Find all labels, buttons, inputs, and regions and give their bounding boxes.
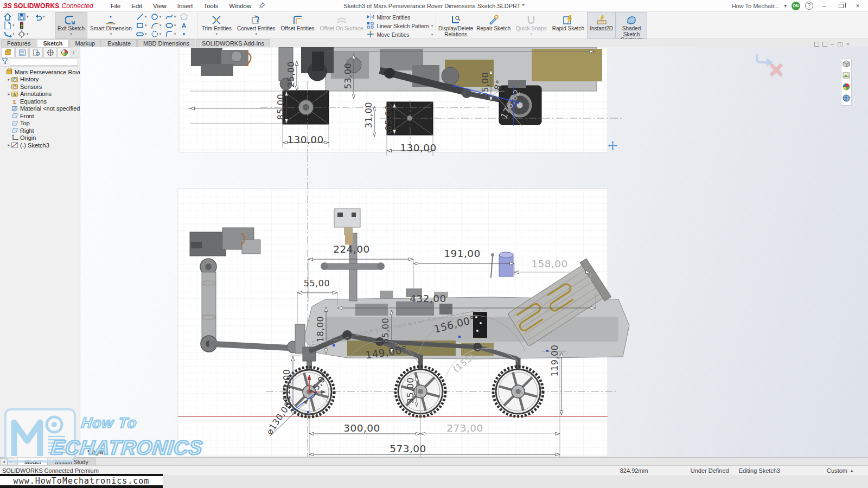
tree-item-top[interactable]: Top xyxy=(0,120,80,127)
dropdown-caret-icon[interactable]: ▾ xyxy=(12,23,15,28)
dimension-label[interactable]: ⌀130,00 xyxy=(264,400,293,436)
picture-icon[interactable] xyxy=(843,72,850,81)
dimension-label[interactable]: 300,00 xyxy=(343,422,380,434)
dropdown-caret-icon[interactable]: ▾ xyxy=(27,15,29,19)
menu-window[interactable]: Window xyxy=(224,1,257,11)
doc-icon[interactable] xyxy=(822,42,827,47)
dropdown-caret-icon[interactable]: ▾ xyxy=(12,32,15,36)
offset-entities-button[interactable]: Offset Entities xyxy=(278,12,317,38)
dimension-label[interactable]: 65,00 xyxy=(380,318,391,344)
feature-manager-tab[interactable] xyxy=(1,47,15,57)
confirmation-corner[interactable] xyxy=(752,49,784,80)
expander-icon[interactable]: ▸ xyxy=(7,143,11,147)
dropdown-caret-icon[interactable]: ▾ xyxy=(27,32,29,36)
status-configuration[interactable]: Custom xyxy=(827,467,847,474)
dimension-label[interactable]: (155) xyxy=(451,351,477,374)
shaded-sketch-contours-button[interactable]: Shaded Sketch Contours xyxy=(616,12,647,38)
dimension-label[interactable]: 130,00 xyxy=(287,134,324,145)
smart-dimension-button[interactable]: Smart Dimension ▾ xyxy=(87,12,135,38)
dropdown-caret-icon[interactable]: ▾ xyxy=(145,15,147,19)
dimxpert-manager-tab[interactable] xyxy=(43,47,57,57)
tree-item-sensors[interactable]: Sensors xyxy=(0,83,80,91)
dimension-label[interactable]: 130,00 xyxy=(400,142,437,153)
dropdown-caret-icon[interactable]: ▾ xyxy=(431,33,433,37)
color-wheel-icon[interactable] xyxy=(843,83,850,93)
dimension-label[interactable]: 176,82 xyxy=(499,87,522,120)
menu-insert[interactable]: Insert xyxy=(172,1,199,11)
dimension-label[interactable]: 273,00 xyxy=(446,422,483,434)
dropdown-caret-icon[interactable]: ▾ xyxy=(255,33,257,36)
menu-tools[interactable]: Tools xyxy=(198,1,224,11)
dimension-label[interactable]: 18,00 xyxy=(315,316,326,342)
ellipse-tool-icon[interactable]: ▾ xyxy=(165,21,180,30)
dimension-label[interactable]: 432,00 xyxy=(410,293,446,304)
dimension-label[interactable]: 224,00 xyxy=(333,243,370,255)
panel-tabs-overflow-icon[interactable]: › xyxy=(73,49,74,55)
doc-close-icon[interactable]: × xyxy=(846,41,850,47)
dimension-label[interactable]: 55,00 xyxy=(304,278,330,288)
tab-evaluate[interactable]: Evaluate xyxy=(101,39,137,47)
convert-entities-button[interactable]: Convert Entities ▾ xyxy=(234,12,278,38)
dimension-label[interactable]: 85,00 xyxy=(276,94,286,120)
restore-button[interactable] xyxy=(835,2,847,10)
mirror-entities-button[interactable]: Mirror Entities xyxy=(367,13,433,22)
dropdown-caret-icon[interactable]: ▾ xyxy=(174,15,176,19)
dropdown-caret-icon[interactable]: ▾ xyxy=(145,23,147,28)
dropdown-caret-icon[interactable]: ▾ xyxy=(159,15,162,19)
polygon-tool-icon[interactable] xyxy=(180,12,194,21)
doc-minimize-icon[interactable]: – xyxy=(831,41,834,47)
dimension-label[interactable]: 156,00° xyxy=(433,313,476,335)
expander-icon[interactable]: ▸ xyxy=(7,92,11,97)
text-tool-icon[interactable]: A xyxy=(180,21,194,30)
account-caret-icon[interactable]: ▾ xyxy=(784,3,787,9)
tab-markup[interactable]: Markup xyxy=(69,39,101,47)
tree-filter-input[interactable] xyxy=(10,59,78,66)
tree-item-origin[interactable]: Origin xyxy=(0,134,80,142)
qa-flip-arrow-icon[interactable]: ▾ xyxy=(3,30,17,38)
dimension-label[interactable]: 573,00 xyxy=(390,443,426,454)
qa-undo-icon[interactable]: ▾ xyxy=(34,12,50,21)
dimension-label[interactable]: 112,00 xyxy=(282,369,292,401)
close-button[interactable]: × xyxy=(852,2,864,10)
globe-icon[interactable] xyxy=(843,94,850,104)
dimension-label[interactable]: 85,00 xyxy=(384,105,394,131)
rectangle-tool-icon[interactable]: ▾ xyxy=(136,21,150,30)
perimeter-circle-tool-icon[interactable]: ▾ xyxy=(150,30,165,38)
dimension-label[interactable]: 8° xyxy=(492,79,505,91)
dimension-label[interactable]: 119,00 xyxy=(550,345,560,377)
account-label[interactable]: How To Mechatr... xyxy=(732,3,780,9)
display-delete-relations-button[interactable]: Display/Delete Relations ▾ xyxy=(438,12,474,38)
tree-item-material-not-specified[interactable]: Material <not specified> xyxy=(0,105,80,113)
instant2d-button[interactable]: Instant2D xyxy=(587,12,616,38)
move-entities-button[interactable]: Move Entities ▾ xyxy=(367,30,433,39)
graphics-viewport[interactable]: 25,0053,0085,0031,0085,00130,00130,0035,… xyxy=(80,47,868,457)
tree-item-front[interactable]: Front xyxy=(0,112,80,120)
tree-item-sketch3[interactable]: ▸(-) Sketch3 xyxy=(0,142,80,149)
linear-sketch-pattern-button[interactable]: Linear Sketch Pattern ▾ xyxy=(367,22,433,30)
dimension-label[interactable]: 25,00 xyxy=(286,61,296,87)
dropdown-caret-icon[interactable]: ▾ xyxy=(216,33,218,36)
avatar[interactable]: DN xyxy=(792,2,800,10)
doc-icon[interactable] xyxy=(814,42,819,47)
dropdown-caret-icon[interactable]: ▾ xyxy=(159,32,162,36)
qa-options-gear-icon[interactable]: ▾ xyxy=(17,30,34,38)
spline-tool-icon[interactable]: ▾ xyxy=(165,12,180,21)
circle-tool-icon[interactable]: ▾ xyxy=(150,12,165,21)
dropdown-caret-icon[interactable]: ▾ xyxy=(110,33,112,36)
exit-sketch-button[interactable]: Exit Sketch ▾ xyxy=(55,12,87,38)
dimension-label[interactable]: 15,00 xyxy=(308,370,331,397)
menu-view[interactable]: View xyxy=(148,1,172,11)
dimension-label[interactable]: 35,00 xyxy=(480,72,490,98)
property-manager-tab[interactable] xyxy=(15,47,29,57)
dropdown-caret-icon[interactable]: ▾ xyxy=(159,23,162,28)
configuration-manager-tab[interactable] xyxy=(29,47,43,57)
filter-funnel-icon[interactable] xyxy=(2,58,8,66)
menu-file[interactable]: File xyxy=(105,1,126,11)
repair-sketch-button[interactable]: Repair Sketch xyxy=(474,12,513,38)
rapid-sketch-button[interactable]: Rapid Sketch xyxy=(550,12,587,38)
dimension-label[interactable]: 149,00° xyxy=(365,344,408,361)
dropdown-caret-icon[interactable]: ▾ xyxy=(70,33,72,36)
dimension-label[interactable]: 35,00 xyxy=(405,377,416,403)
tab-mbd-dimensions[interactable]: MBD Dimensions xyxy=(137,39,195,47)
doc-restore-icon[interactable]: ◫ xyxy=(837,41,843,47)
